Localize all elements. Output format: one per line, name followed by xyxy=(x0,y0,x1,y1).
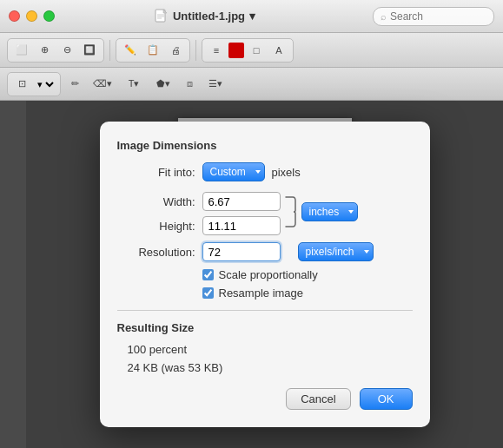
scale-checkbox[interactable] xyxy=(202,269,214,280)
modal-overlay: Image Dimensions Fit into: Custom Letter… xyxy=(26,101,503,448)
link-bracket-icon xyxy=(284,195,296,228)
doc-icon xyxy=(155,9,169,24)
maximize-button[interactable] xyxy=(43,10,55,22)
resolution-row: Resolution: pixels/inch pixels/cm xyxy=(117,242,413,261)
tool-btn-color[interactable] xyxy=(228,43,244,58)
tool2-dropdown[interactable]: ▾ xyxy=(34,78,56,90)
fit-into-row: Fit into: Custom Letter A4 pixels xyxy=(117,162,413,181)
text-tool[interactable]: T▾ xyxy=(120,75,148,94)
tool-group-3: ≡ □ A xyxy=(202,38,294,63)
dialog-title: Image Dimensions xyxy=(117,139,413,152)
resample-checkbox[interactable] xyxy=(202,287,214,299)
close-button[interactable] xyxy=(9,10,20,22)
width-input[interactable] xyxy=(202,192,281,211)
fit-into-unit: pixels xyxy=(272,166,301,179)
window-title: Untitled-1.jpg xyxy=(173,10,245,23)
resolution-input[interactable] xyxy=(202,242,281,261)
divider-1 xyxy=(109,40,110,61)
cancel-button[interactable]: Cancel xyxy=(286,388,350,410)
toolbar-1: ⬜ ⊕ ⊖ 🔲 ✏️ 📋 🖨 ≡ □ A xyxy=(0,33,503,68)
image-dimensions-dialog: Image Dimensions Fit into: Custom Letter… xyxy=(100,122,430,427)
tool-btn-6[interactable]: 📋 xyxy=(142,41,163,60)
left-scroll xyxy=(0,101,26,448)
units-select[interactable]: inches cm pixels mm xyxy=(301,202,358,221)
tool-btn-4[interactable]: 🔲 xyxy=(79,41,100,60)
search-icon: ⌕ xyxy=(381,11,387,22)
resolution-label: Resolution: xyxy=(117,246,195,259)
dialog-divider xyxy=(117,310,413,311)
tool-btn-text[interactable]: A xyxy=(268,41,289,60)
dimensions-group: Width: Height: xyxy=(117,192,281,235)
dialog-buttons: Cancel OK xyxy=(117,388,413,410)
titlebar: Untitled-1.jpg ▾ ⌕ xyxy=(0,0,503,33)
pencil-tool[interactable]: ✏ xyxy=(64,75,85,94)
resample-checkbox-row: Resample image xyxy=(202,287,413,300)
tool-btn-7[interactable]: 🖨 xyxy=(165,41,186,60)
resolution-unit-wrapper: pixels/inch pixels/cm xyxy=(298,242,374,261)
height-input[interactable] xyxy=(202,216,281,235)
traffic-lights xyxy=(9,10,55,22)
title-arrow: ▾ xyxy=(249,10,255,23)
tool-btn-8[interactable]: ≡ xyxy=(206,41,227,60)
tool-btn-3[interactable]: ⊖ xyxy=(56,41,77,60)
fit-into-select[interactable]: Custom Letter A4 xyxy=(202,162,265,181)
canvas-area: Image Dimensions Fit into: Custom Letter… xyxy=(26,101,503,448)
result-size: 24 KB (was 53 KB) xyxy=(128,361,413,374)
resulting-size-title: Resulting Size xyxy=(117,321,413,334)
content-area: Image Dimensions Fit into: Custom Letter… xyxy=(0,101,503,448)
divider-2 xyxy=(195,40,196,61)
width-label: Width: xyxy=(117,195,195,208)
width-row: Width: xyxy=(117,192,281,211)
ok-button[interactable]: OK xyxy=(360,388,413,410)
tool2-group-1: ⊡ ▾ xyxy=(7,72,61,96)
fit-into-select-wrapper: Custom Letter A4 xyxy=(202,162,265,181)
units-select-wrapper: inches cm pixels mm xyxy=(301,202,358,221)
shape-tool[interactable]: ⬟▾ xyxy=(151,75,175,94)
tool-btn-1[interactable]: ⬜ xyxy=(11,41,32,60)
scale-checkbox-row: Scale proportionally xyxy=(202,268,413,281)
resolution-unit-select[interactable]: pixels/inch pixels/cm xyxy=(298,242,374,261)
search-input[interactable] xyxy=(390,10,486,23)
align-tool[interactable]: ☰▾ xyxy=(203,75,228,94)
select-tool[interactable]: ⊡ xyxy=(11,75,32,94)
height-label: Height: xyxy=(117,220,195,233)
transform-tool[interactable]: ⧈ xyxy=(179,75,200,94)
tool-btn-outline[interactable]: □ xyxy=(246,41,267,60)
minimize-button[interactable] xyxy=(26,10,37,22)
resample-label: Resample image xyxy=(219,287,304,300)
fit-into-label: Fit into: xyxy=(117,166,195,179)
titlebar-center: Untitled-1.jpg ▾ xyxy=(55,9,355,24)
search-box[interactable]: ⌕ xyxy=(373,7,494,26)
app-window: Untitled-1.jpg ▾ ⌕ ⬜ ⊕ ⊖ 🔲 ✏️ 📋 🖨 ≡ □ xyxy=(0,0,503,448)
eraser-tool[interactable]: ⌫▾ xyxy=(89,75,116,94)
result-percent: 100 percent xyxy=(128,343,413,356)
tool-group-2: ✏️ 📋 🖨 xyxy=(116,38,190,63)
tool-group-1: ⬜ ⊕ ⊖ 🔲 xyxy=(7,38,104,63)
tool-btn-2[interactable]: ⊕ xyxy=(34,41,55,60)
height-row: Height: xyxy=(117,216,281,235)
tool-btn-5[interactable]: ✏️ xyxy=(120,41,141,60)
scale-label: Scale proportionally xyxy=(219,268,318,281)
toolbar-2: ⊡ ▾ ✏ ⌫▾ T▾ ⬟▾ ⧈ ☰▾ xyxy=(0,68,503,101)
